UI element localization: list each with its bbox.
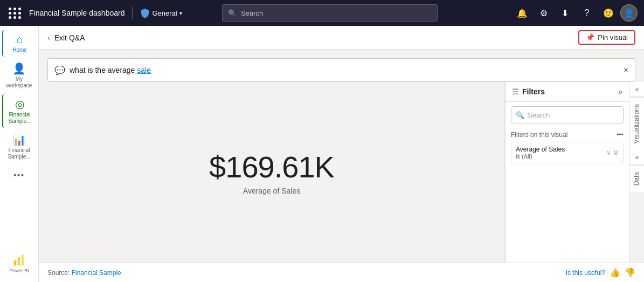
financial-chart-icon: 📊 [12,133,26,146]
feedback-button[interactable]: 🙂 [599,3,618,23]
sidebar: ⌂ Home 👤 My workspace ◎ Financial Sample… [0,26,39,282]
filters-section: Filters on this visual ••• Average of Sa… [505,128,629,167]
exit-qa-label: Exit Q&A [54,33,85,42]
more-icon: ••• [13,171,25,180]
notification-button[interactable]: 🔔 [513,3,532,23]
powerbi-label: Power BI [9,268,29,273]
data-tab[interactable]: Data [629,165,644,192]
filter-chevron-down-icon[interactable]: ∨ [606,149,611,156]
footer-bar: Source: Financial Sample Is this useful?… [39,263,644,282]
qa-close-button[interactable]: × [624,65,628,75]
filters-section-title: Filters on this visual [511,131,567,139]
powerbi-logo-icon [11,253,26,268]
top-nav: Financial Sample dashboard General ▾ 🔍 S… [0,0,644,26]
filters-header-icons: » [618,87,622,96]
sidebar-item-financial-sample-1[interactable]: ◎ Financial Sample... [2,94,37,128]
qa-input-box[interactable]: 💬 what is the average sale × [47,58,635,82]
filter-item-content: Average of Sales is (All) [516,146,565,160]
visual-label: Average of Sales [243,187,300,195]
sidebar-financial-1-label: Financial Sample... [5,112,34,125]
filter-item-sub: is (All) [516,153,565,160]
nav-search[interactable]: 🔍 Search [222,4,438,22]
app-title: Financial Sample dashboard [29,9,124,17]
nav-badge[interactable]: General ▾ [140,8,182,18]
home-icon: ⌂ [16,33,23,46]
pin-visual-button[interactable]: 📌 Pin visual [578,30,635,45]
visual-value: $169.61K [209,149,334,184]
sidebar-item-more[interactable]: ••• [2,168,37,184]
search-icon: 🔍 [228,9,237,17]
sidebar-item-home[interactable]: ⌂ Home [2,30,37,57]
collapse-visualizations-button[interactable]: « [629,82,644,97]
filter-funnel-icon: ☰ [512,87,519,96]
visualizations-tab[interactable]: Visualizations [629,97,644,150]
svg-rect-2 [22,255,24,266]
sidebar-powerbi: Power BI [9,253,29,278]
pin-visual-label: Pin visual [598,33,628,42]
nav-divider [132,6,133,19]
footer-source: Source: Financial Sample [47,269,121,277]
user-avatar[interactable]: 👤 [620,4,638,22]
collapse-data-button[interactable]: « [629,150,644,165]
sidebar-financial-2-label: Financial Sample... [4,147,34,160]
filter-item-icons: ∨ ⊘ [606,149,619,156]
filters-expand-icon[interactable]: » [618,87,622,96]
filters-panel: ☰ Filters » 🔍 Search Filters on this vis… [505,82,629,263]
back-button[interactable]: ‹ [47,33,50,42]
svg-rect-1 [18,257,20,265]
filter-clear-icon[interactable]: ⊘ [613,149,619,156]
filter-item-main: Average of Sales [516,146,565,153]
right-panels: « Visualizations « Data [629,82,644,263]
filters-section-header: Filters on this visual ••• [511,131,624,139]
download-button[interactable]: ⬇ [556,3,575,23]
header-left: ‹ Exit Q&A [47,33,85,42]
sidebar-item-financial-sample-2[interactable]: 📊 Financial Sample... [2,130,37,163]
nav-search-text: Search [241,9,263,17]
qa-underlined-word: sale [137,66,151,74]
shield-icon [140,8,150,18]
feedback-text: Is this useful? [566,269,605,277]
filters-search-icon: 🔍 [516,111,524,119]
filters-header: ☰ Filters » [505,82,629,102]
help-button[interactable]: ? [577,3,597,23]
pin-icon: 📌 [586,33,594,42]
thumbs-down-icon[interactable]: 👎 [625,267,635,278]
thumbs-up-icon[interactable]: 👍 [610,267,620,278]
sidebar-item-my-workspace[interactable]: 👤 My workspace [2,59,37,92]
sidebar-my-workspace-label: My workspace [4,76,34,89]
visual-area: $169.61K Average of Sales [39,82,504,263]
app-body: ⌂ Home 👤 My workspace ◎ Financial Sample… [0,26,644,282]
chevron-down-icon: ▾ [179,10,182,16]
settings-button[interactable]: ⚙ [534,3,553,23]
nav-general-label[interactable]: General [152,9,177,17]
qa-area: 💬 what is the average sale × [39,50,644,82]
main-content: ‹ Exit Q&A 📌 Pin visual 💬 what is the av… [39,26,644,282]
source-prefix: Source: [47,269,72,277]
footer-feedback: Is this useful? 👍 👎 [566,267,635,278]
app-grid-icon[interactable] [6,4,24,22]
filters-section-more-icon[interactable]: ••• [617,131,624,139]
filters-search[interactable]: 🔍 Search [511,106,624,123]
sidebar-home-label: Home [12,47,27,53]
filter-item: Average of Sales is (All) ∨ ⊘ [511,142,624,163]
my-workspace-icon: 👤 [12,62,26,75]
svg-rect-0 [14,260,17,265]
qa-input-text[interactable]: what is the average sale [70,66,619,74]
header-bar: ‹ Exit Q&A 📌 Pin visual [39,26,644,50]
source-link[interactable]: Financial Sample [72,269,121,277]
financial-circle-icon: ◎ [15,98,24,111]
filters-title-row: ☰ Filters [512,87,545,96]
filters-search-placeholder: Search [528,111,550,119]
filters-title: Filters [522,87,545,96]
nav-icons: 🔔 ⚙ ⬇ ? 🙂 👤 [513,3,638,23]
content-area: $169.61K Average of Sales ☰ Filters » [39,82,644,263]
chat-icon: 💬 [54,65,65,75]
